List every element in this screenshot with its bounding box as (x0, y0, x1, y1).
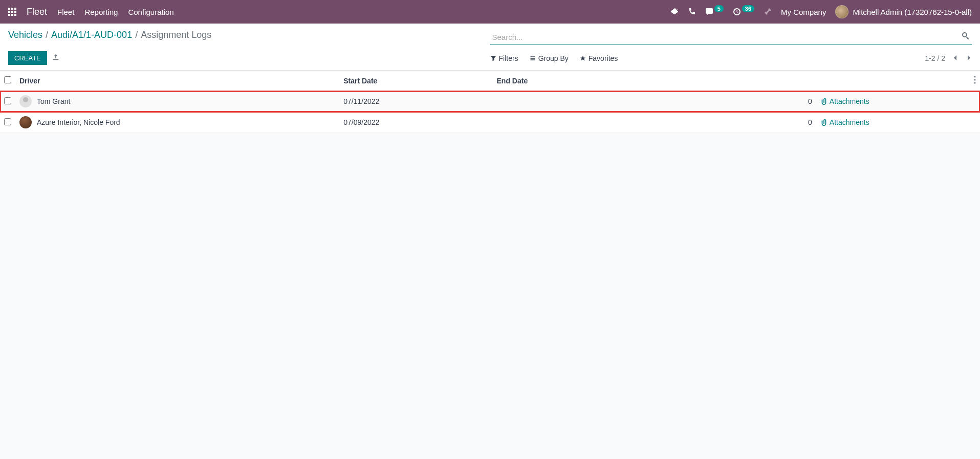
table-row[interactable]: Azure Interior, Nicole Ford 07/09/2022 0… (0, 112, 980, 133)
search-input[interactable] (490, 30, 972, 45)
search-icon[interactable] (962, 32, 970, 41)
select-all-checkbox[interactable] (4, 76, 11, 83)
attachments-label: Attachments (830, 97, 869, 105)
header-end-date[interactable]: End Date (493, 71, 645, 91)
svg-point-2 (974, 82, 976, 84)
search-wrap (490, 30, 972, 45)
count-cell: 0 (645, 112, 816, 133)
attachments-label: Attachments (830, 118, 869, 126)
control-panel-top: Vehicles / Audi/A1/1-AUD-001 / Assignmen… (8, 30, 972, 45)
header-start-date[interactable]: Start Date (339, 71, 492, 91)
user-name: Mitchell Admin (17320762-15-0-all) (853, 8, 972, 16)
table-row[interactable]: Tom Grant 07/11/2022 0 Attachments (0, 91, 980, 112)
apps-icon[interactable] (8, 8, 16, 16)
header-attachments (816, 71, 970, 91)
driver-avatar (19, 116, 32, 128)
groupby-label: Group By (538, 54, 569, 62)
breadcrumb: Vehicles / Audi/A1/1-AUD-001 / Assignmen… (8, 30, 211, 40)
navbar-right: 5 36 My Company Mitchell Admin (17320762… (670, 5, 972, 18)
driver-cell[interactable]: Azure Interior, Nicole Ford (15, 112, 339, 133)
tools-icon[interactable] (764, 8, 772, 16)
count-cell: 0 (645, 91, 816, 112)
search-options: Filters Group By Favorites 1-2 / 2 (490, 54, 972, 62)
start-date-cell[interactable]: 07/09/2022 (339, 112, 492, 133)
favorites-label: Favorites (589, 54, 618, 62)
attachments-cell: Attachments (816, 91, 970, 112)
create-button[interactable]: CREATE (8, 51, 47, 65)
pager: 1-2 / 2 (925, 54, 972, 62)
breadcrumb-vehicles[interactable]: Vehicles (8, 30, 42, 40)
export-button[interactable] (52, 54, 59, 62)
breadcrumb-sep: / (46, 30, 48, 40)
row-checkbox[interactable] (4, 97, 11, 104)
row-checkbox-cell (0, 91, 15, 112)
messaging-icon[interactable]: 5 (705, 8, 724, 16)
messaging-badge: 5 (714, 5, 724, 12)
groupby-button[interactable]: Group By (530, 54, 569, 62)
pager-range: 1-2 / 2 (925, 54, 945, 62)
end-date-cell[interactable] (493, 91, 645, 112)
list-view: Driver Start Date End Date Tom Grant 07/… (0, 71, 980, 133)
end-date-cell[interactable] (493, 112, 645, 133)
navbar-left: Fleet Fleet Reporting Configuration (8, 7, 174, 17)
row-checkbox[interactable] (4, 118, 11, 125)
control-panel-bottom: CREATE Filters Group By Favorites 1-2 / … (8, 51, 972, 70)
attachments-cell: Attachments (816, 112, 970, 133)
attachments-link[interactable]: Attachments (820, 118, 966, 126)
row-more (970, 112, 980, 133)
user-avatar (835, 5, 848, 18)
pager-prev[interactable] (952, 54, 959, 62)
nav-configuration[interactable]: Configuration (128, 8, 173, 16)
svg-point-0 (974, 76, 976, 78)
company-name[interactable]: My Company (781, 8, 826, 16)
header-driver[interactable]: Driver (15, 71, 339, 91)
header-more[interactable] (970, 71, 980, 91)
driver-name: Tom Grant (37, 97, 70, 105)
assignment-table: Driver Start Date End Date Tom Grant 07/… (0, 71, 980, 133)
app-brand[interactable]: Fleet (27, 7, 47, 17)
pager-next[interactable] (966, 54, 972, 62)
phone-icon[interactable] (688, 8, 696, 16)
activity-badge: 36 (742, 5, 754, 12)
breadcrumb-vehicle[interactable]: Audi/A1/1-AUD-001 (51, 30, 132, 40)
control-panel: Vehicles / Audi/A1/1-AUD-001 / Assignmen… (0, 24, 980, 71)
nav-reporting[interactable]: Reporting (84, 8, 118, 16)
navbar: Fleet Fleet Reporting Configuration 5 36… (0, 0, 980, 24)
driver-cell[interactable]: Tom Grant (15, 91, 339, 112)
breadcrumb-current: Assignment Logs (141, 30, 211, 40)
header-checkbox (0, 71, 15, 91)
attachments-link[interactable]: Attachments (820, 97, 966, 105)
bug-icon[interactable] (670, 8, 679, 16)
table-header-row: Driver Start Date End Date (0, 71, 980, 91)
driver-avatar (19, 95, 32, 107)
favorites-button[interactable]: Favorites (580, 54, 618, 62)
filters-button[interactable]: Filters (490, 54, 518, 62)
header-count (645, 71, 816, 91)
row-checkbox-cell (0, 112, 15, 133)
filters-label: Filters (499, 54, 518, 62)
user-menu[interactable]: Mitchell Admin (17320762-15-0-all) (835, 5, 972, 18)
activity-icon[interactable]: 36 (733, 8, 754, 16)
breadcrumb-sep: / (135, 30, 138, 40)
svg-point-1 (974, 79, 976, 81)
driver-name: Azure Interior, Nicole Ford (37, 118, 120, 126)
nav-fleet[interactable]: Fleet (57, 8, 74, 16)
row-more (970, 91, 980, 112)
start-date-cell[interactable]: 07/11/2022 (339, 91, 492, 112)
